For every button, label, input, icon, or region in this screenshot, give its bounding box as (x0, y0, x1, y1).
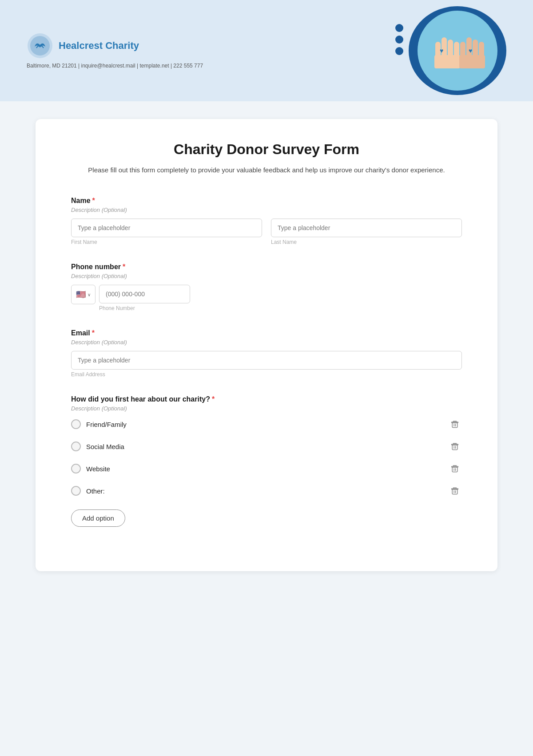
name-required-star: * (92, 197, 95, 205)
delete-icon (450, 486, 459, 495)
org-info: Healcrest Charity Baltimore, MD 21201 | … (27, 32, 203, 69)
org-name: Healcrest Charity (59, 40, 139, 52)
logo-row: Healcrest Charity (27, 32, 203, 59)
hear-about-field-group: How did you first hear about our charity… (71, 395, 462, 527)
form-title: Charity Donor Survey Form (71, 141, 462, 158)
radio-social-media[interactable] (71, 442, 81, 451)
header-decoration: ♥ ♥ (391, 11, 506, 91)
svg-text:♥: ♥ (440, 47, 443, 54)
first-name-sub-label: First Name (71, 239, 262, 245)
org-logo-icon (27, 32, 53, 59)
hands-illustration: ♥ ♥ (426, 24, 489, 77)
email-label-text: Email (71, 329, 90, 337)
delete-icon (450, 442, 459, 451)
svg-rect-20 (452, 445, 457, 450)
chevron-down-icon: ∨ (88, 292, 91, 297)
phone-field-group: Phone number * Description (Optional) 🇺🇸… (71, 263, 462, 311)
add-option-button[interactable]: Add option (71, 509, 125, 527)
delete-icon (450, 420, 459, 429)
radio-label-website: Website (86, 465, 110, 473)
radio-label-friend-family: Friend/Family (86, 421, 127, 428)
form-container: Charity Donor Survey Form Please fill ou… (36, 119, 497, 571)
phone-input-wrapper: Phone Number (99, 285, 462, 311)
org-address: Baltimore, MD 21201 | inquire@healcrest.… (27, 63, 203, 69)
radio-option-row: Other: (71, 484, 462, 498)
phone-description: Description (Optional) (71, 273, 462, 279)
delete-option-1-button[interactable] (448, 417, 462, 431)
radio-left: Other: (71, 486, 105, 496)
hear-about-label-text: How did you first hear about our charity… (71, 395, 210, 403)
email-label: Email * (71, 329, 462, 337)
svg-text:♥: ♥ (469, 47, 472, 54)
radio-website[interactable] (71, 464, 81, 473)
email-field-group: Email * Description (Optional) Email Add… (71, 329, 462, 378)
last-name-sub-label: Last Name (271, 239, 462, 245)
delete-option-3-button[interactable] (448, 462, 462, 476)
phone-input[interactable] (99, 285, 190, 303)
radio-friend-family[interactable] (71, 419, 81, 429)
dot-3 (395, 47, 403, 55)
name-description: Description (Optional) (71, 207, 462, 213)
phone-sub-label: Phone Number (99, 305, 462, 311)
delete-option-2-button[interactable] (448, 439, 462, 454)
delete-icon (450, 464, 459, 473)
hear-about-required-star: * (212, 395, 215, 403)
phone-row: 🇺🇸 ∨ Phone Number (71, 285, 462, 311)
delete-option-4-button[interactable] (448, 484, 462, 498)
first-name-field: First Name (71, 219, 262, 245)
first-name-input[interactable] (71, 219, 262, 237)
email-input[interactable] (71, 351, 462, 370)
email-sub-label: Email Address (71, 371, 462, 378)
phone-label: Phone number * (71, 263, 462, 271)
svg-rect-24 (452, 467, 457, 472)
last-name-input[interactable] (271, 219, 462, 237)
form-subtitle: Please fill out this form completely to … (71, 165, 462, 175)
flag-emoji: 🇺🇸 (76, 290, 86, 299)
radio-option-row: Friend/Family (71, 417, 462, 431)
email-required-star: * (92, 329, 95, 337)
radio-option-row: Social Media (71, 439, 462, 454)
name-label-text: Name (71, 197, 91, 205)
radio-left: Website (71, 464, 110, 473)
radio-other[interactable] (71, 486, 81, 496)
hear-about-label: How did you first hear about our charity… (71, 395, 462, 403)
name-field-group: Name * Description (Optional) First Name… (71, 197, 462, 245)
name-input-row: First Name Last Name (71, 219, 462, 245)
phone-required-star: * (123, 263, 125, 271)
hear-about-description: Description (Optional) (71, 405, 462, 412)
phone-label-text: Phone number (71, 263, 121, 271)
header-circle-img: ♥ ♥ (418, 11, 497, 91)
radio-label-social-media: Social Media (86, 443, 124, 450)
radio-left: Social Media (71, 442, 124, 451)
radio-option-row: Website (71, 462, 462, 476)
last-name-field: Last Name (271, 219, 462, 245)
svg-rect-12 (459, 55, 485, 68)
dots-decoration (395, 24, 403, 55)
email-description: Description (Optional) (71, 339, 462, 346)
header-circle-bg: ♥ ♥ (409, 6, 506, 95)
dot-1 (395, 24, 403, 32)
svg-rect-28 (452, 489, 457, 494)
radio-left: Friend/Family (71, 419, 127, 429)
name-label: Name * (71, 197, 462, 205)
dot-2 (395, 36, 403, 44)
phone-flag-selector[interactable]: 🇺🇸 ∨ (71, 285, 95, 304)
radio-options: Friend/Family Social Media (71, 417, 462, 498)
svg-rect-16 (452, 423, 457, 428)
svg-rect-7 (434, 55, 460, 68)
radio-label-other: Other: (86, 487, 105, 495)
page-header: Healcrest Charity Baltimore, MD 21201 | … (0, 0, 533, 101)
